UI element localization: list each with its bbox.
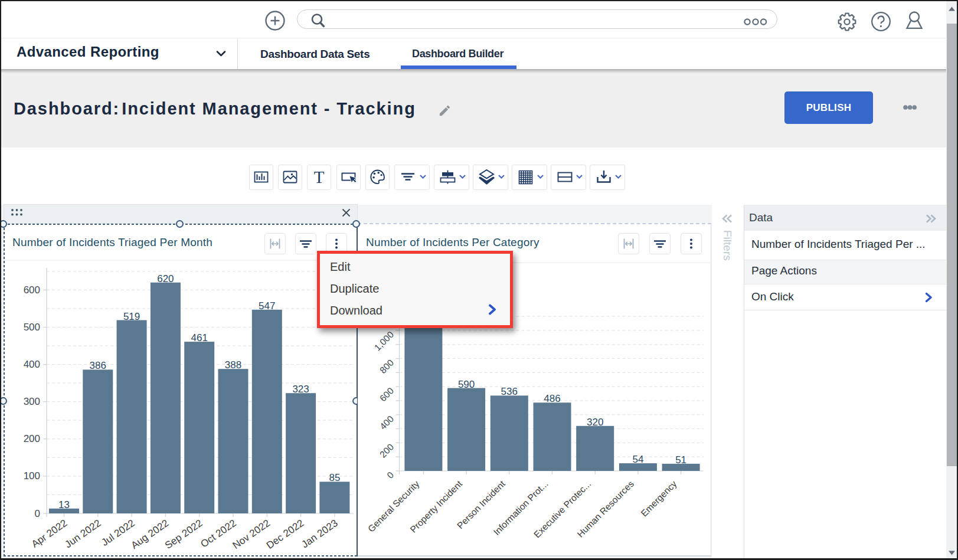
svg-text:600: 600 [24,284,40,296]
svg-text:461: 461 [191,332,208,343]
svg-text:486: 486 [544,393,560,404]
svg-text:51: 51 [675,454,686,466]
svg-text:Jan 2023: Jan 2023 [299,518,339,551]
svg-text:Emergency: Emergency [639,479,679,519]
svg-text:200: 200 [24,433,40,444]
svg-text:500: 500 [24,322,40,333]
svg-text:620: 620 [157,273,174,284]
svg-text:388: 388 [225,359,241,371]
svg-text:320: 320 [587,417,603,428]
svg-text:386: 386 [90,360,106,371]
svg-text:400: 400 [378,414,396,432]
svg-text:590: 590 [458,379,475,390]
svg-text:13: 13 [58,499,70,510]
svg-text:54: 54 [632,454,643,465]
svg-text:0: 0 [35,508,40,519]
svg-text:Sep 2022: Sep 2022 [163,518,205,551]
svg-text:200: 200 [378,441,396,460]
svg-text:400: 400 [24,359,40,370]
svg-text:0: 0 [385,470,395,480]
svg-text:Aug 2022: Aug 2022 [129,518,171,551]
svg-text:519: 519 [123,311,140,322]
svg-text:1,000: 1,000 [372,329,396,353]
svg-text:100: 100 [24,470,40,482]
svg-text:Dec 2022: Dec 2022 [264,518,306,551]
svg-text:300: 300 [24,396,40,407]
svg-text:85: 85 [329,472,340,483]
svg-text:547: 547 [259,300,275,312]
svg-text:Jun 2022: Jun 2022 [63,518,103,551]
svg-text:600: 600 [378,385,396,404]
svg-text:323: 323 [292,384,309,395]
svg-text:800: 800 [378,357,396,375]
svg-text:Apr 2022: Apr 2022 [30,518,69,550]
svg-text:536: 536 [501,386,518,397]
svg-text:Number of Incidents Per Catego: Number of Incidents Per Category [366,236,540,248]
svg-text:Nov 2022: Nov 2022 [231,518,273,551]
svg-text:Number of Incidents Triaged Pe: Number of Incidents Triaged Per Month [12,236,212,248]
